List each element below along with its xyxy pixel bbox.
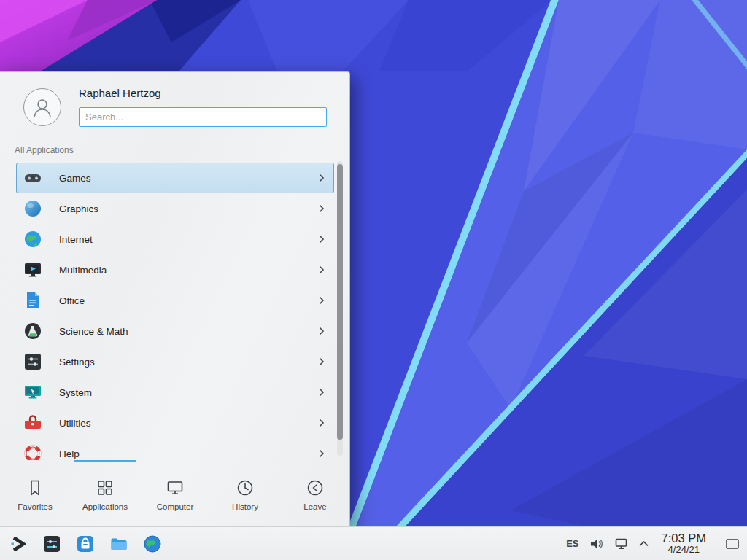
- category-label: Science & Math: [59, 326, 319, 337]
- taskbar: ES 7:03: [0, 526, 747, 560]
- monitor-play-icon: [23, 260, 43, 280]
- chevron-right-icon: [319, 327, 325, 335]
- desktop: Raphael Hertzog All Applications Games: [0, 0, 747, 560]
- category-label: Utilities: [59, 418, 319, 429]
- tab-label: Computer: [157, 502, 194, 511]
- wired-network-icon: [614, 537, 629, 551]
- clock-time: 7:03 PM: [662, 532, 706, 545]
- lifering-icon: [23, 443, 43, 460]
- category-label: System: [59, 387, 319, 398]
- category-row-office[interactable]: Office: [16, 285, 334, 316]
- tab-history[interactable]: History: [210, 460, 280, 526]
- application-launcher-menu: Raphael Hertzog All Applications Games: [0, 71, 350, 526]
- category-label: Office: [59, 295, 319, 306]
- globe-icon: [23, 229, 43, 249]
- sliders-icon: [23, 351, 43, 372]
- document-icon: [23, 290, 43, 311]
- category-row-internet[interactable]: Internet: [16, 224, 334, 254]
- category-label: Graphics: [59, 203, 319, 214]
- category-label: Internet: [59, 234, 319, 245]
- leave-icon: [306, 478, 325, 497]
- category-row-games[interactable]: Games: [16, 163, 334, 193]
- active-tab-indicator: [74, 460, 136, 462]
- chevron-right-icon: [319, 388, 325, 397]
- gamepad-icon: [23, 168, 43, 188]
- speaker-icon: [589, 537, 604, 551]
- bookmark-icon: [26, 478, 44, 497]
- software-center-button[interactable]: [74, 533, 96, 555]
- tab-computer[interactable]: Computer: [140, 460, 210, 526]
- tab-label: Leave: [303, 502, 326, 511]
- chevron-right-icon: [319, 235, 325, 244]
- kickoff-launcher-icon: [8, 534, 28, 554]
- search-input[interactable]: [79, 107, 327, 127]
- chevron-up-icon: [639, 540, 649, 547]
- chevron-right-icon: [319, 449, 325, 458]
- tab-leave[interactable]: Leave: [280, 460, 350, 526]
- app-launcher-button[interactable]: [7, 533, 29, 555]
- category-row-graphics[interactable]: Graphics: [16, 193, 334, 224]
- file-manager-button[interactable]: [108, 533, 130, 555]
- category-label: Settings: [59, 357, 319, 368]
- system-monitor-icon: [23, 382, 43, 402]
- section-label: All Applications: [15, 145, 74, 155]
- show-desktop-button[interactable]: [721, 530, 743, 558]
- chevron-right-icon: [319, 419, 325, 427]
- system-tray: ES 7:03: [566, 530, 747, 558]
- chevron-right-icon: [319, 265, 325, 274]
- user-avatar[interactable]: [23, 88, 61, 126]
- computer-icon: [166, 478, 185, 497]
- grid-icon: [96, 478, 115, 497]
- category-label: Games: [59, 173, 319, 184]
- category-label: Multimedia: [59, 265, 319, 276]
- graphics-orb-icon: [23, 198, 43, 219]
- tab-favorites[interactable]: Favorites: [0, 460, 70, 526]
- terminal-sliders-icon: [42, 534, 62, 554]
- chevron-right-icon: [319, 204, 325, 213]
- category-row-multimedia[interactable]: Multimedia: [16, 254, 334, 285]
- system-tool-button[interactable]: [41, 533, 63, 555]
- volume-button[interactable]: [589, 537, 604, 551]
- category-row-system[interactable]: System: [16, 377, 334, 408]
- category-row-settings[interactable]: Settings: [16, 346, 334, 377]
- tab-applications[interactable]: Applications: [70, 460, 140, 526]
- user-name: Raphael Hertzog: [79, 87, 161, 99]
- category-label: Help: [59, 448, 319, 459]
- launcher-footer-tabs: Favorites Applications Computer: [0, 460, 350, 526]
- category-row-utilities[interactable]: Utilities: [16, 408, 334, 438]
- scrollbar-thumb[interactable]: [337, 164, 343, 440]
- show-desktop-icon: [725, 538, 740, 550]
- toolbox-icon: [23, 413, 43, 433]
- network-button[interactable]: [614, 537, 629, 551]
- chevron-right-icon: [319, 296, 325, 305]
- clock-date: 4/24/21: [668, 545, 700, 556]
- user-silhouette-icon: [30, 95, 55, 120]
- category-row-help[interactable]: Help: [16, 438, 334, 460]
- chevron-right-icon: [319, 357, 325, 366]
- tray-expander-button[interactable]: [639, 540, 649, 547]
- launcher-header: Raphael Hertzog: [0, 72, 349, 145]
- taskbar-left: [0, 533, 163, 555]
- tab-label: History: [232, 502, 258, 511]
- folder-icon: [109, 534, 129, 554]
- discover-bag-icon: [75, 534, 96, 554]
- tab-label: Favorites: [18, 502, 52, 511]
- tab-label: Applications: [82, 502, 128, 511]
- clock-icon: [236, 478, 255, 497]
- digital-clock[interactable]: 7:03 PM 4/24/21: [659, 532, 709, 556]
- chevron-right-icon: [319, 174, 325, 182]
- web-browser-button[interactable]: [142, 533, 163, 555]
- flask-icon: [23, 321, 43, 341]
- browser-globe-icon: [142, 534, 163, 554]
- category-list: Games Graphics: [0, 157, 350, 460]
- keyboard-layout-indicator[interactable]: ES: [566, 538, 578, 549]
- category-row-science-math[interactable]: Science & Math: [16, 316, 334, 346]
